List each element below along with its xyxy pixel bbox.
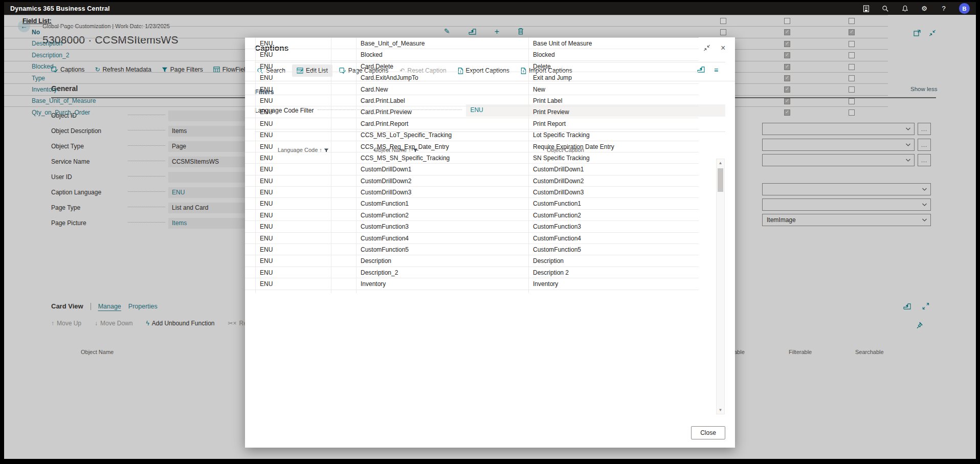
table-vertical-scrollbar[interactable]: ▲ ▼ [716, 159, 725, 414]
object-name-cell[interactable]: CustomFunction1 [357, 198, 529, 209]
list-view-icon[interactable]: ≡ [714, 66, 718, 74]
cardview-row[interactable]: → Field List: [4, 15, 888, 26]
chevron-down-icon[interactable] [918, 218, 930, 222]
dropdown-field-2[interactable] [762, 198, 931, 211]
scrollbar-thumb[interactable] [718, 168, 723, 192]
open-in-new-window-icon[interactable] [914, 28, 921, 37]
object-caption-cell[interactable]: Print Report [529, 118, 699, 129]
object-name-cell[interactable]: Item_Tracking_Code [357, 290, 529, 293]
chevron-down-icon[interactable] [902, 159, 914, 162]
filterable-checkbox[interactable] [784, 52, 790, 58]
object-caption-cell[interactable]: Lot Specific Tracking [529, 129, 699, 140]
caption-row[interactable]: → ENU ⋮ Description_2 Description 2 [245, 267, 699, 278]
object-name-cell[interactable]: Card.Print.Report [357, 118, 529, 129]
caption-row[interactable]: → ENU ⋮ Blocked Blocked [245, 49, 699, 60]
able-checkbox[interactable] [720, 29, 726, 35]
filterable-checkbox[interactable] [784, 29, 790, 35]
object-name-cell[interactable]: Description [17, 40, 62, 47]
language-code-cell[interactable]: ENU [260, 235, 273, 242]
language-code-cell[interactable]: ENU [260, 280, 273, 288]
searchable-checkbox[interactable] [849, 29, 855, 35]
searchable-checkbox[interactable] [849, 18, 855, 24]
object-caption-cell[interactable]: CustomDrillDown3 [529, 187, 699, 197]
language-code-cell[interactable]: ENU [260, 97, 273, 104]
caption-row[interactable]: → ENU ⋮ CCS_MS_Req_Exp_Date_Entry Requir… [245, 141, 699, 152]
object-name-cell[interactable]: CustomFunction2 [357, 210, 529, 220]
combo-2-assist-button[interactable]: ... [918, 139, 931, 151]
language-code-cell[interactable]: ENU [260, 86, 273, 93]
caption-row[interactable]: → ENU ⋮ CustomDrillDown1 CustomDrillDown… [245, 164, 699, 175]
caption-row[interactable]: → ENU ⋮ CCS_MS_SN_Specific_Tracking SN S… [245, 152, 699, 164]
combo-field-3[interactable] [762, 154, 915, 166]
caption-row[interactable]: → ENU ⋮ Card.Print.Label Print Label [245, 95, 699, 106]
company-notes-icon[interactable] [862, 5, 870, 13]
language-code-cell[interactable]: ENU [260, 108, 273, 116]
object-name-cell[interactable]: Card.Delete [357, 61, 529, 72]
scroll-down-arrow-icon[interactable]: ▼ [717, 406, 724, 414]
filterable-checkbox[interactable] [784, 41, 790, 47]
caption-row[interactable]: → ENU ⋮ CustomFunction3 CustomFunction3 [245, 221, 699, 232]
caption-row[interactable]: → ENU ⋮ CustomDrillDown2 CustomDrillDown… [245, 175, 699, 187]
object-name-cell[interactable]: Field List: [17, 17, 52, 25]
caption-row[interactable]: → ENU ⋮ CCS_MS_LoT_Specific_Tracking Lot… [245, 129, 699, 141]
caption-row[interactable]: → ENU ⋮ Card.Print.Preview Print Preview [245, 106, 699, 118]
object-name-cell[interactable]: Base_Unit_of_Measure [357, 38, 529, 49]
filterable-checkbox[interactable] [784, 18, 790, 24]
caption-row[interactable]: → ENU ⋮ CustomFunction1 CustomFunction1 [245, 198, 699, 209]
combo-1-assist-button[interactable]: ... [918, 123, 931, 135]
close-button[interactable]: Close [691, 426, 725, 439]
chevron-down-icon[interactable] [902, 127, 914, 130]
object-name-cell[interactable]: Card.Print.Preview [357, 106, 529, 117]
object-name-cell[interactable]: Blocked [17, 63, 54, 70]
language-code-cell[interactable]: ENU [260, 189, 273, 196]
caption-row[interactable]: → ENU ⋮ Inventory Inventory [245, 278, 699, 290]
language-code-cell[interactable]: ENU [260, 154, 273, 162]
combo-field-2[interactable] [762, 139, 915, 151]
collapse-page-icon[interactable] [929, 28, 936, 37]
caption-row[interactable]: → ENU ⋮ CustomDrillDown3 CustomDrillDown… [245, 187, 699, 198]
searchable-checkbox[interactable] [849, 64, 855, 70]
object-name-cell[interactable]: CustomFunction5 [357, 244, 529, 255]
object-caption-cell[interactable]: Item Tracking Code [529, 290, 699, 293]
able-checkbox[interactable] [720, 18, 726, 24]
filterable-checkbox[interactable] [784, 86, 790, 93]
language-code-cell[interactable]: ENU [260, 74, 273, 81]
object-name-cell[interactable]: CustomFunction4 [357, 233, 529, 244]
settings-gear-icon[interactable]: ⚙ [920, 5, 928, 13]
filterable-checkbox[interactable] [784, 75, 790, 81]
caption-row[interactable]: → ENU ⋮ Card.Delete Delete [245, 61, 699, 72]
searchable-checkbox[interactable] [849, 41, 855, 47]
object-name-cell[interactable]: Qty_on_Purch_Order [17, 109, 90, 116]
object-caption-cell[interactable]: Description 2 [529, 267, 699, 278]
object-caption-cell[interactable]: Base Unit of Measure [529, 38, 699, 49]
user-avatar[interactable]: B [959, 3, 970, 14]
pin-icon[interactable] [916, 321, 923, 330]
language-code-cell[interactable]: ENU [260, 166, 273, 173]
object-caption-cell[interactable]: CustomFunction4 [529, 233, 699, 244]
object-name-cell[interactable]: CCS_MS_Req_Exp_Date_Entry [357, 141, 529, 152]
language-code-cell[interactable]: ENU [260, 200, 273, 207]
caption-row[interactable]: → ENU ⋮ CustomFunction2 CustomFunction2 [245, 210, 699, 221]
object-name-cell[interactable]: CustomDrillDown1 [357, 164, 529, 174]
object-name-cell[interactable]: Type [17, 75, 45, 82]
tab-properties[interactable]: Properties [128, 303, 158, 310]
caption-row[interactable]: → ENU ⋮ Description Description [245, 255, 699, 267]
language-code-cell[interactable]: ENU [260, 292, 273, 293]
notifications-bell-icon[interactable] [901, 5, 909, 13]
searchable-checkbox[interactable] [849, 86, 855, 93]
combo-field-1[interactable] [762, 123, 915, 135]
object-caption-cell[interactable]: Delete [529, 61, 699, 72]
object-name-cell[interactable]: CustomFunction3 [357, 221, 529, 232]
chevron-down-icon[interactable] [918, 188, 930, 191]
object-name-cell[interactable]: CCS_MS_LoT_Specific_Tracking [357, 129, 529, 140]
tab-manage[interactable]: Manage [98, 303, 121, 310]
object-caption-cell[interactable]: Print Label [529, 95, 699, 106]
object-caption-cell[interactable]: Exit and Jump [529, 72, 699, 83]
dropdown-field-1[interactable] [762, 183, 931, 195]
searchable-checkbox[interactable] [849, 75, 855, 81]
language-code-cell[interactable]: ENU [260, 178, 273, 185]
object-name-cell[interactable]: Base_Unit_of_Measure [17, 97, 96, 104]
collapse-dialog-icon[interactable] [703, 45, 710, 52]
searchable-checkbox[interactable] [849, 52, 855, 58]
object-caption-cell[interactable]: SN Specific Tracking [529, 152, 699, 163]
